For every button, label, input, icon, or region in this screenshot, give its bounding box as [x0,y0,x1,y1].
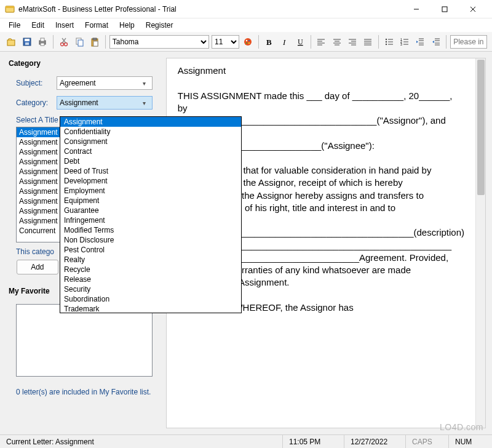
search-input[interactable] [450,35,487,49]
separator [105,35,106,49]
status-caps: CAPS [406,435,449,448]
dropdown-option[interactable]: Contract [60,146,241,156]
category-label: Category: [16,98,57,107]
svg-point-22 [244,38,252,46]
close-button[interactable] [459,0,487,18]
dropdown-option[interactable]: Consignment [60,137,241,146]
titlebar: eMatrixSoft - Business Letter Profession… [0,0,492,18]
add-button[interactable]: Add [17,260,58,274]
underline-button[interactable]: U [293,35,306,49]
dropdown-option[interactable]: Recycle [60,265,241,274]
dropdown-option[interactable]: Infringement [60,215,241,225]
svg-point-23 [246,39,247,41]
menu-insert[interactable]: Insert [50,20,79,31]
scrollbar-thumb[interactable] [477,60,485,195]
svg-point-50 [385,43,386,44]
favorite-listbox[interactable] [16,304,153,377]
dropdown-option[interactable]: Realty [60,255,241,265]
save-button[interactable] [20,35,33,49]
dropdown-option[interactable]: Employment [60,186,241,196]
dropdown-option[interactable]: Security [60,284,241,294]
svg-text:3: 3 [400,42,402,46]
category-dropdown-list[interactable]: AssignmentConfidentialityConsignmentCont… [60,116,242,313]
align-right-button[interactable] [346,35,359,49]
statusbar: Current Letter: Assignment 11:05 PM 12/2… [0,434,492,448]
dropdown-option[interactable]: Release [60,274,241,284]
status-current: Current Letter: Assignment [0,435,283,448]
dropdown-option[interactable]: Subordination [60,294,241,304]
svg-point-46 [385,38,386,39]
chevron-down-icon: ▾ [140,100,149,106]
paste-button[interactable] [89,35,101,49]
number-list-button[interactable]: 123 [398,35,411,49]
align-justify-button[interactable] [362,35,375,49]
separator [311,35,311,49]
italic-button[interactable]: I [278,35,291,49]
svg-text:U: U [298,38,303,46]
svg-rect-9 [25,42,29,45]
menu-help[interactable]: Help [114,20,140,31]
toolbar: Tahoma 11 B I U 123 [0,32,492,52]
category-select[interactable]: Assignment ▾ [57,96,153,110]
svg-rect-1 [6,6,14,8]
dropdown-option[interactable]: Modified Terms [60,225,241,235]
menu-edit[interactable]: Edit [26,20,49,31]
align-left-button[interactable] [315,35,328,49]
font-select[interactable]: Tahoma [109,35,209,49]
app-icon [5,4,15,14]
status-date: 12/27/2022 [344,435,406,448]
menu-register[interactable]: Register [141,20,178,31]
svg-rect-11 [41,38,44,41]
svg-point-48 [385,41,386,42]
outdent-button[interactable] [414,35,427,49]
status-time: 11:05 PM [283,435,344,448]
dropdown-option[interactable]: Pest Control [60,245,241,255]
svg-point-26 [248,42,250,43]
dropdown-option[interactable]: Deed of Trust [60,166,241,176]
svg-text:I: I [282,38,286,47]
chevron-down-icon: ▾ [140,80,149,87]
svg-point-13 [60,42,63,46]
svg-rect-6 [7,40,15,46]
print-button[interactable] [36,35,49,49]
svg-rect-8 [25,39,30,41]
align-center-button[interactable] [330,35,343,49]
copy-button[interactable] [73,35,85,49]
color-button[interactable] [242,35,255,49]
svg-rect-18 [78,40,83,46]
dropdown-option[interactable]: Assignment [60,117,241,127]
maximize-button[interactable] [430,0,459,18]
cut-button[interactable] [57,35,70,49]
separator [53,35,54,49]
dropdown-option[interactable]: Development [60,176,241,186]
svg-text:B: B [266,38,272,47]
dropdown-option[interactable]: Debt [60,156,241,166]
dropdown-option[interactable]: Equipment [60,196,241,206]
subject-label: Subject: [16,79,57,87]
indent-button[interactable] [429,35,442,49]
dropdown-option[interactable]: Guarantee [60,206,241,215]
window-title: eMatrixSoft - Business Letter Profession… [18,5,402,14]
dropdown-option[interactable]: Trademark [60,304,241,313]
category-title: Category [9,59,160,68]
dropdown-option[interactable]: Confidentiality [60,127,241,137]
menu-file[interactable]: File [4,20,25,31]
vertical-scrollbar[interactable] [475,58,485,428]
open-button[interactable] [5,35,18,49]
bold-button[interactable]: B [263,35,276,49]
svg-rect-12 [41,43,44,46]
bullet-list-button[interactable] [383,35,395,49]
separator [258,35,259,49]
svg-marker-60 [416,41,418,43]
menu-format[interactable]: Format [80,20,113,31]
minimize-button[interactable] [402,0,430,18]
fontsize-select[interactable]: 11 [212,35,239,49]
separator [378,35,379,49]
status-num: NUM [449,435,492,448]
svg-marker-65 [432,41,434,43]
menubar: File Edit Insert Format Help Register [0,18,492,32]
subject-select[interactable]: Agreement ▾ [57,76,153,90]
dropdown-option[interactable]: Non Disclosure [60,235,241,245]
favorite-count-label: 0 letter(s) are included in My Favorite … [16,388,153,396]
svg-rect-20 [93,38,97,40]
